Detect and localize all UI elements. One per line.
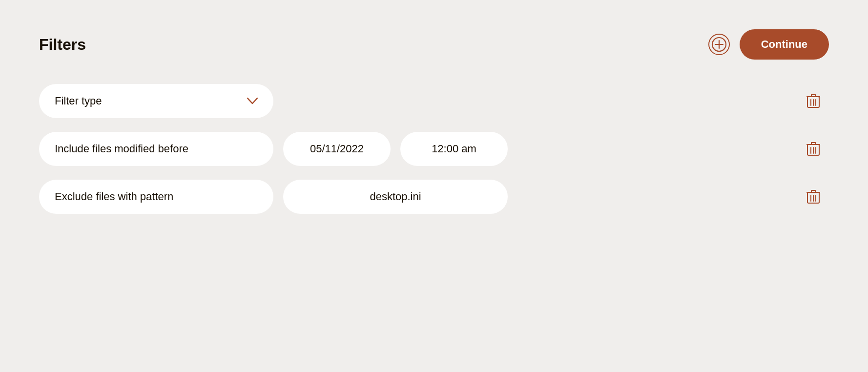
filter-row-2: Include files modified before 05/11/2022… bbox=[39, 132, 829, 166]
plus-circle-icon bbox=[711, 37, 727, 52]
filter-row-1: Filter type bbox=[39, 84, 829, 118]
filter-row-2-inner: Include files modified before 05/11/2022… bbox=[39, 132, 790, 166]
include-modified-before-label[interactable]: Include files modified before bbox=[39, 132, 273, 166]
delete-filter-2-button[interactable] bbox=[803, 137, 824, 161]
continue-button[interactable]: Continue bbox=[740, 29, 829, 60]
delete-col-3 bbox=[790, 185, 829, 208]
filter-row-1-inner: Filter type bbox=[39, 84, 790, 118]
filter-row-3: Exclude files with pattern desktop.ini bbox=[39, 180, 829, 214]
header-actions: Continue bbox=[708, 29, 829, 60]
pattern-value-input[interactable]: desktop.ini bbox=[283, 180, 508, 214]
add-filter-button[interactable] bbox=[708, 34, 730, 55]
exclude-pattern-label[interactable]: Exclude files with pattern bbox=[39, 180, 273, 214]
page-container: Filters Continue Filter type bbox=[0, 0, 868, 372]
delete-col-1 bbox=[790, 89, 829, 113]
header: Filters Continue bbox=[39, 29, 829, 60]
trash-icon bbox=[806, 93, 820, 109]
filter-type-label: Filter type bbox=[55, 95, 102, 107]
exclude-pattern-label-text: Exclude files with pattern bbox=[55, 190, 173, 203]
page-title: Filters bbox=[39, 36, 86, 54]
trash-icon bbox=[806, 141, 820, 157]
date-value-input[interactable]: 05/11/2022 bbox=[283, 132, 391, 166]
trash-icon bbox=[806, 189, 820, 205]
delete-filter-1-button[interactable] bbox=[803, 89, 824, 113]
chevron-down-icon bbox=[247, 95, 258, 107]
filters-list: Filter type bbox=[39, 84, 829, 214]
include-modified-label-text: Include files modified before bbox=[55, 143, 188, 155]
filter-type-dropdown[interactable]: Filter type bbox=[39, 84, 273, 118]
delete-filter-3-button[interactable] bbox=[803, 185, 824, 208]
filter-row-3-inner: Exclude files with pattern desktop.ini bbox=[39, 180, 790, 214]
delete-col-2 bbox=[790, 137, 829, 161]
time-value-input[interactable]: 12:00 am bbox=[400, 132, 508, 166]
